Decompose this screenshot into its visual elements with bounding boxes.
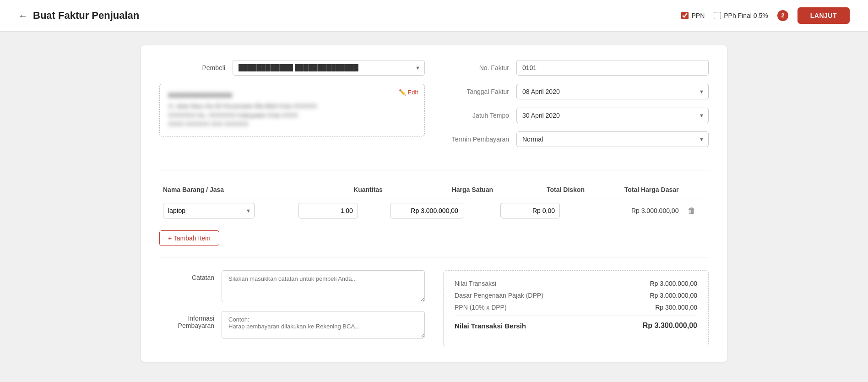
catatan-row: Catatan [159, 270, 425, 304]
summary-total: Nilai Transaksi Bersih Rp 3.300.000,00 [455, 316, 697, 330]
payment-info-input-wrapper [222, 311, 425, 340]
table-row: laptop Rp 3.000.000,00 🗑 [159, 198, 709, 224]
pembeli-select[interactable]: ████████████ ██████████████ [233, 60, 425, 76]
discount-input[interactable] [500, 203, 560, 218]
ppn-label: PPN [691, 12, 705, 19]
delete-item-button[interactable]: 🗑 [686, 204, 698, 218]
pph-checkbox-label[interactable]: PPh Final 0.5% [714, 12, 768, 19]
col-action-header [682, 181, 709, 198]
section-divider-2 [159, 257, 709, 257]
col-total-header: Total Harga Dasar [588, 181, 682, 198]
address-name: XXXXXXXXXXXXXXX [168, 92, 416, 99]
total-value: Rp 3.300.000,00 [643, 322, 697, 330]
qty-cell [295, 198, 386, 224]
no-faktur-label: No. Faktur [443, 64, 516, 71]
tanggal-select-wrapper: 08 April 2020 [516, 84, 709, 99]
termin-select[interactable]: Normal [516, 131, 709, 147]
price-input[interactable] [390, 203, 463, 218]
add-item-button[interactable]: + Tambah Item [159, 230, 219, 246]
jatuh-tempo-select[interactable]: 30 April 2020 [516, 108, 709, 123]
form-card: Pembeli ████████████ ██████████████ ✏️ E… [141, 45, 727, 362]
no-faktur-row: No. Faktur 0101 [443, 60, 709, 76]
item-cell: laptop [159, 198, 295, 224]
dpp-label: Dasar Pengenaan Pajak (DPP) [455, 292, 543, 299]
payment-info-label: Informasi Pembayaran [159, 311, 214, 329]
ppn-checkbox-label[interactable]: PPN [681, 12, 705, 19]
summary-ppn: PPN (10% x DPP) Rp 300.000,00 [455, 304, 697, 311]
page-title: Buat Faktur Penjualan [33, 10, 139, 22]
table-header-row: Nama Barang / Jasa Kuantitas Harga Satua… [159, 181, 709, 198]
termin-select-wrapper: Normal [516, 131, 709, 147]
main-content: Pembeli ████████████ ██████████████ ✏️ E… [114, 32, 754, 376]
col-qty-header: Kuantitas [295, 181, 386, 198]
discount-cell [497, 198, 588, 224]
nilai-transaksi-value: Rp 3.000.000,00 [650, 280, 697, 287]
tanggal-row: Tanggal Faktur 08 April 2020 [443, 84, 709, 99]
total-label: Nilai Transaksi Bersih [455, 322, 526, 330]
termin-label: Termin Pembayaran [443, 136, 516, 143]
back-arrow-icon[interactable]: ← [18, 11, 27, 21]
action-cell: 🗑 [682, 198, 709, 224]
item-select[interactable]: laptop [163, 203, 255, 218]
header-left: ← Buat Faktur Penjualan [18, 10, 139, 22]
qty-input[interactable] [298, 203, 358, 218]
summary-box: Nilai Transaksi Rp 3.000.000,00 Dasar Pe… [443, 270, 709, 347]
step-badge: 2 [777, 10, 788, 21]
price-cell [386, 198, 497, 224]
pph-label: PPh Final 0.5% [724, 12, 768, 19]
lanjut-button[interactable]: LANJUT [797, 7, 850, 24]
termin-row: Termin Pembayaran Normal [443, 131, 709, 147]
summary-nilai-transaksi: Nilai Transaksi Rp 3.000.000,00 [455, 280, 697, 287]
ppn-row-value: Rp 300.000,00 [655, 304, 697, 311]
form-right: No. Faktur 0101 Tanggal Faktur 08 April … [443, 60, 709, 155]
ppn-row-label: PPN (10% x DPP) [455, 304, 507, 311]
form-left: Pembeli ████████████ ██████████████ ✏️ E… [159, 60, 425, 155]
catatan-label: Catatan [159, 270, 214, 281]
payment-info-textarea[interactable] [222, 311, 425, 338]
pembeli-select-wrapper: ████████████ ██████████████ [233, 60, 425, 76]
tanggal-label: Tanggal Faktur [443, 88, 516, 95]
top-form: Pembeli ████████████ ██████████████ ✏️ E… [159, 60, 709, 155]
jatuh-tempo-select-wrapper: 30 April 2020 [516, 108, 709, 123]
dpp-value: Rp 3.000.000,00 [650, 292, 697, 299]
col-discount-header: Total Diskon [497, 181, 588, 198]
payment-info-row: Informasi Pembayaran [159, 311, 425, 340]
jatuh-tempo-label: Jatuh Tempo [443, 112, 516, 119]
section-divider [159, 170, 709, 170]
col-item-header: Nama Barang / Jasa [159, 181, 295, 198]
pph-checkbox[interactable] [714, 12, 721, 19]
pembeli-label: Pembeli [159, 64, 233, 71]
col-price-header: Harga Satuan [386, 181, 497, 198]
total-cell: Rp 3.000.000,00 [588, 198, 682, 224]
ppn-checkbox[interactable] [681, 12, 689, 19]
address-box: ✏️ Edit XXXXXXXXXXXXXXX Jl. Jalan Baru N… [159, 84, 425, 136]
items-table: Nama Barang / Jasa Kuantitas Harga Satua… [159, 181, 709, 223]
catatan-textarea[interactable] [222, 270, 425, 302]
bottom-section: Catatan Informasi Pembayaran Nilai Trans… [159, 270, 709, 347]
notes-section: Catatan Informasi Pembayaran [159, 270, 425, 347]
nilai-transaksi-label: Nilai Transaksi [455, 280, 496, 287]
jatuh-tempo-row: Jatuh Tempo 30 April 2020 [443, 108, 709, 123]
tanggal-select[interactable]: 08 April 2020 [516, 84, 709, 99]
item-select-wrapper: laptop [163, 203, 255, 218]
catatan-input-wrapper [222, 270, 425, 304]
header: ← Buat Faktur Penjualan PPN PPh Final 0.… [0, 0, 868, 32]
summary-dpp: Dasar Pengenaan Pajak (DPP) Rp 3.000.000… [455, 292, 697, 299]
pembeli-row: Pembeli ████████████ ██████████████ [159, 60, 425, 76]
address-detail: Jl. Jalan Baru No.00 Kecamatan Bla-Blah … [168, 102, 416, 129]
no-faktur-input[interactable]: 0101 [516, 60, 709, 76]
header-right: PPN PPh Final 0.5% 2 LANJUT [681, 7, 850, 24]
